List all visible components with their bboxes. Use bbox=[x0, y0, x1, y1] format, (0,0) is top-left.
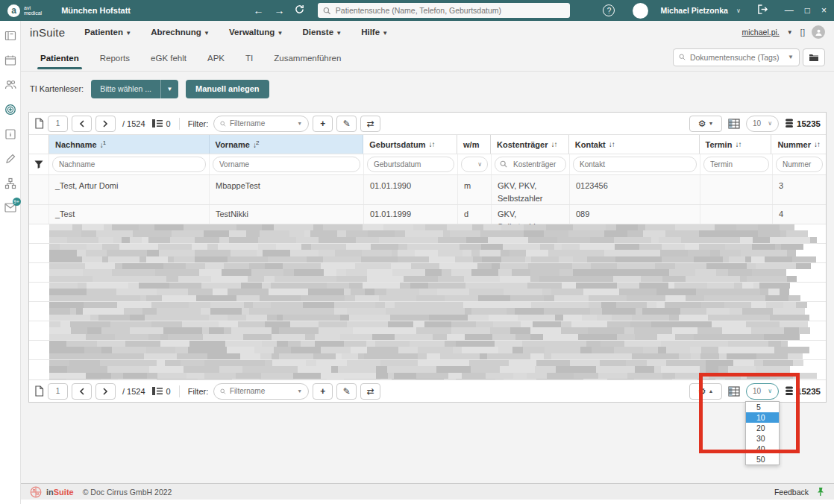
kartenleser-select[interactable]: Bitte wählen ... ▼ bbox=[91, 80, 178, 98]
filter-name-select[interactable]: ▼ bbox=[213, 116, 309, 132]
user-name[interactable]: Michael Pietzonka bbox=[660, 6, 727, 15]
patient-search[interactable] bbox=[318, 3, 570, 18]
menu-abrechnung[interactable]: Abrechnung ▼ bbox=[151, 28, 210, 37]
page-number-input[interactable] bbox=[48, 383, 68, 400]
manuell-anlegen-button[interactable]: Manuell anlegen bbox=[186, 80, 269, 98]
menu-verwaltung[interactable]: Verwaltung ▼ bbox=[229, 28, 283, 37]
header-kontakt[interactable]: Kontakt↓↑ bbox=[569, 135, 700, 154]
calendar-icon[interactable] bbox=[4, 54, 16, 66]
header-nachname[interactable]: Nachname↓1 bbox=[49, 135, 210, 154]
feedback-link[interactable]: Feedback bbox=[774, 488, 809, 497]
close-icon[interactable]: × bbox=[821, 5, 827, 16]
menu-patienten[interactable]: Patienten ▼ bbox=[84, 28, 131, 37]
chevron-down-icon[interactable]: ▼ bbox=[787, 29, 793, 36]
open-documents-button[interactable] bbox=[803, 48, 825, 66]
page-number-input[interactable] bbox=[48, 116, 68, 132]
table-toolbar-bottom: / 1524 0 Filter: ▼ + ✎ ⇄ ⚙▲ bbox=[29, 379, 826, 402]
page-size-select[interactable]: 10 ∨ bbox=[746, 383, 779, 400]
table-row[interactable]: _Test TestNikki 01.01.1999 d GKV, Selbst… bbox=[29, 205, 826, 224]
add-filter-button[interactable]: + bbox=[313, 383, 333, 400]
tab-apk[interactable]: APK bbox=[197, 45, 235, 69]
filter-nummer-input[interactable] bbox=[776, 157, 823, 172]
page-size-option[interactable]: 50 bbox=[746, 454, 779, 464]
prev-page-button[interactable] bbox=[72, 383, 92, 400]
page-size-option[interactable]: 20 bbox=[746, 423, 779, 433]
filter-nachname-input[interactable] bbox=[52, 157, 206, 172]
logout-icon[interactable] bbox=[757, 4, 768, 17]
forward-icon[interactable]: → bbox=[274, 4, 284, 16]
ti-kartenleser-label: TI Kartenleser: bbox=[30, 84, 84, 93]
selection-count: 0 bbox=[166, 119, 171, 128]
add-filter-button[interactable]: + bbox=[313, 116, 333, 132]
search-icon bbox=[679, 53, 686, 61]
back-icon[interactable]: ← bbox=[253, 4, 263, 16]
edit-filter-button[interactable]: ✎ bbox=[336, 383, 357, 400]
mail-icon[interactable]: 9+ bbox=[4, 202, 16, 214]
filter-name-input[interactable] bbox=[230, 387, 293, 395]
edit-filter-button[interactable]: ✎ bbox=[336, 116, 357, 132]
patient-search-input[interactable] bbox=[336, 6, 565, 15]
table-settings-button[interactable]: ⚙▼ bbox=[689, 116, 722, 132]
assistant-avatar-icon[interactable] bbox=[812, 25, 825, 39]
swap-filter-button[interactable]: ⇄ bbox=[360, 116, 380, 132]
help-icon[interactable]: ? bbox=[603, 4, 615, 16]
tab-reports[interactable]: Reports bbox=[90, 45, 140, 69]
patient-file-icon[interactable] bbox=[4, 30, 16, 42]
header-vorname[interactable]: Vorname↓2 bbox=[210, 135, 364, 154]
table-settings-button[interactable]: ⚙▲ bbox=[689, 383, 722, 400]
user-avatar[interactable] bbox=[633, 3, 648, 19]
prev-page-button[interactable] bbox=[72, 116, 92, 132]
mail-badge: 9+ bbox=[13, 198, 21, 206]
page-size-option[interactable]: 30 bbox=[746, 433, 779, 444]
page-size-select[interactable]: 10 ∨ bbox=[746, 116, 779, 132]
next-page-button[interactable] bbox=[95, 383, 116, 400]
tab-egk-fehlt[interactable]: eGK fehlt bbox=[140, 45, 197, 69]
header-nummer[interactable]: Nummer↓↑ bbox=[771, 135, 826, 154]
maximize-icon[interactable]: □ bbox=[805, 5, 810, 16]
document-search[interactable]: ▼ bbox=[673, 48, 800, 66]
header-geburtsdatum[interactable]: Geburtsdatum↓↑ bbox=[363, 135, 457, 154]
user-menu-chevron-icon[interactable]: ∨ bbox=[736, 7, 741, 14]
filter-vorname-input[interactable] bbox=[213, 157, 360, 172]
chevron-down-icon: ▼ bbox=[278, 30, 283, 37]
pencil-icon[interactable] bbox=[4, 153, 16, 165]
header-termin[interactable]: Termin↓↑ bbox=[700, 135, 772, 154]
network-icon[interactable] bbox=[4, 177, 16, 189]
page-size-option[interactable]: 40 bbox=[746, 444, 779, 454]
table-icon[interactable] bbox=[728, 119, 740, 129]
table-icon[interactable] bbox=[728, 386, 740, 397]
minimize-icon[interactable]: — bbox=[785, 5, 794, 16]
tab-zusammenfuehren[interactable]: Zusammenführen bbox=[263, 45, 351, 69]
tab-ti[interactable]: TI bbox=[235, 45, 263, 69]
chevron-down-icon: ∨ bbox=[768, 120, 772, 127]
filter-geburtsdatum-input[interactable] bbox=[367, 157, 454, 172]
filter-wm-select[interactable]: ∨ bbox=[461, 157, 488, 172]
table-row[interactable]: _Test, Artur Domi MbappeTest 01.01.1990 … bbox=[29, 175, 826, 205]
page-size-option[interactable]: 5 bbox=[746, 402, 779, 412]
filter-name-input[interactable] bbox=[230, 119, 293, 127]
funnel-icon[interactable] bbox=[34, 160, 43, 169]
database-icon bbox=[785, 386, 794, 396]
menu-hilfe[interactable]: Hilfe ▼ bbox=[361, 28, 388, 37]
fullscreen-icon[interactable]: [ ] bbox=[800, 28, 804, 37]
filter-kontakt-input[interactable] bbox=[573, 157, 697, 172]
info-box-icon[interactable] bbox=[4, 128, 16, 140]
header-kostentraeger[interactable]: Kostenträger↓↑ bbox=[491, 135, 569, 154]
user-account-link[interactable]: michael.pi. bbox=[742, 28, 780, 37]
table-filter-row: ∨ bbox=[29, 154, 826, 175]
page-size-option-selected[interactable]: 10 bbox=[746, 412, 779, 423]
menu-dienste[interactable]: Dienste ▼ bbox=[303, 28, 342, 37]
new-entry-icon[interactable] bbox=[4, 104, 16, 116]
swap-filter-button[interactable]: ⇄ bbox=[360, 383, 380, 400]
refresh-icon[interactable] bbox=[295, 4, 304, 16]
pin-icon[interactable] bbox=[816, 487, 825, 497]
next-page-button[interactable] bbox=[95, 116, 116, 132]
filter-name-select[interactable]: ▼ bbox=[213, 383, 309, 400]
tab-patienten[interactable]: Patienten bbox=[30, 45, 90, 69]
document-search-input[interactable] bbox=[690, 53, 783, 62]
app-window: a avi medical München Hofstatt ← → ? Mic… bbox=[0, 0, 834, 504]
header-wm[interactable]: w/m bbox=[457, 135, 491, 154]
patients-icon[interactable] bbox=[4, 79, 16, 91]
filter-termin-input[interactable] bbox=[703, 157, 769, 172]
ti-kartenleser-row: TI Kartenleser: Bitte wählen ... ▼ Manue… bbox=[21, 72, 834, 106]
